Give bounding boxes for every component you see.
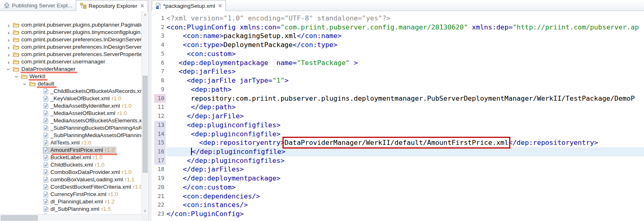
code-line[interactable]: </dep:pluginconfigfiles> [166,156,644,165]
tree-item[interactable]: ›com.priint.pubserver.usermanager [0,58,142,65]
scrollbar-thumb[interactable] [143,76,148,173]
code-line[interactable]: <dep:path> [166,85,644,94]
code-line[interactable]: </con:custom> [166,183,644,192]
xml-file-icon [43,140,48,146]
tree-item-label: ChildBuckets.xml [50,162,93,168]
tree-item[interactable]: _MediaAssetsOfBucketAsElements.xmlr1.0 [0,117,142,124]
close-icon[interactable]: × [218,3,222,9]
selected-tree-item[interactable]: AmountFirstPrice.xmlr1.0 [43,147,116,154]
xml-file-icon [43,192,48,197]
line-number: 16 [154,147,166,156]
revision-badge: r1.0 [105,147,114,153]
tree-item[interactable]: _KeyValueOfBucket.xmlr1.0 [0,95,142,102]
tree-item-label: CurrencyFirstPrice.xml [50,191,107,197]
tree-item[interactable]: ›com.priint.pubserver.preferences.InDesi… [0,43,142,51]
close-icon[interactable]: × [141,3,144,9]
revision-badge: r1.5 [101,206,111,212]
tree-item-label: default [38,81,55,87]
tree-item[interactable]: _MediaAssetByIdentifier.xmlr1.0 [0,102,142,110]
tab-label: Repository Explorer [89,3,137,9]
chevron-expanded-icon[interactable]: › [6,66,12,72]
tree-item-label: com.priint.pubserver.usermanager [21,59,105,65]
tree-item[interactable]: _MediaAssetOfBucket.xmlr1.0 [0,110,142,117]
tree-item-label: AmountFirstPrice.xml [50,147,103,153]
tree-item-label: dl_SubPlanning.xml [50,206,99,212]
tree-item[interactable]: ComboBoxDataProvider.xmlr1.0 [0,169,142,176]
chevron-collapsed-icon[interactable]: › [5,59,12,65]
code-line[interactable]: <dep:pluginconfigfiles> [166,121,644,130]
tab-repository-explorer[interactable]: Repository Explorer × [76,0,148,11]
tree-item[interactable]: ›DataProviderManager [0,65,142,73]
code-line[interactable]: <dep:jarFile jarType="1"> [166,76,644,85]
tab-publishing-server-explorer[interactable]: Publishing Server Expl... [0,0,76,11]
editor-panel: *packagingSetup.xml × 123456789101112131… [152,0,644,221]
tree-item[interactable]: CordDestBucketFilterCriteria.xmlr1.0 [0,183,142,191]
scroll-down-icon[interactable]: ∨ [142,208,148,214]
tab-packaging-setup-xml[interactable]: *packagingSetup.xml × [152,0,226,11]
chevron-expanded-icon[interactable]: › [14,73,20,80]
chevron-collapsed-icon[interactable]: › [5,37,12,43]
line-number: 4 [154,41,166,50]
xml-file-icon [43,133,48,138]
tree-item[interactable]: CurrencyFirstPrice.xmlr1.0 [0,191,142,198]
code-editor[interactable]: <?xml version="1.0" encoding="UTF-8" sta… [166,14,644,219]
code-line[interactable]: <con:instances/> [166,201,644,210]
tree-item-label: WerkII [30,73,46,79]
tree-item[interactable]: ›com.priint.pubserver.preferences.InDesi… [0,36,142,43]
tree-item-label: comboBoxValuesLoading.xml [50,176,123,183]
code-line[interactable]: </dep:path> [166,103,644,112]
tree-item[interactable]: _ChildBucketsOfBucketAsRecords.xmlr1.0 [0,88,142,95]
revision-badge: r1.0 [93,154,102,160]
code-line[interactable]: <?xml version="1.0" encoding="UTF-8" sta… [166,14,644,23]
tree-horizontal-scrollbar[interactable] [0,214,142,221]
chevron-collapsed-icon[interactable]: › [5,52,12,58]
tree-item[interactable]: dl_PlanningLabel.xmlr1.2 [0,198,142,205]
tree-item[interactable]: AllTexts.xmlr1.0 [0,139,142,147]
tree-item[interactable]: ›WerkII [0,73,142,80]
line-number: 2 [154,23,166,32]
code-line[interactable]: </dep:jarFiles> [166,165,644,174]
code-line[interactable]: <dep:deploymentpackage name="TestPackage… [166,59,644,68]
left-tabbar: Publishing Server Expl... Repository Exp… [0,0,148,11]
chevron-collapsed-icon[interactable]: › [5,44,12,50]
code-line[interactable]: <con:dependencies/> [166,192,644,201]
tree-item[interactable]: ChildBuckets.xmlr1.0 [0,161,142,169]
code-line[interactable]: <con:type>DeploymentPackage</con:type> [166,41,644,50]
tree-item[interactable]: ›com.priint.pubserver.plugins.tinymcecon… [0,29,142,36]
chevron-collapsed-icon[interactable]: › [5,29,12,36]
code-line[interactable]: repository:com.priint.pubserver.plugins.… [166,94,644,103]
xml-file-icon [43,110,48,116]
chevron-collapsed-icon[interactable]: › [5,22,12,28]
tree-item[interactable]: ›com.priint.pubserver.plugins.pubplanner… [0,21,142,29]
code-line[interactable]: <dep:pluginconfigfile> [166,130,644,139]
tree-item[interactable]: dl_SubPlanning.xmlr1.5 [0,205,142,213]
tree-vertical-scrollbar[interactable]: ∧ ∨ [141,11,148,214]
code-line[interactable]: <con:name>packagingSetup.xml</con:name> [166,32,644,41]
code-line[interactable]: </dep:pluginconfigfile> [166,147,644,156]
code-line[interactable]: <dep:repositoryentry>DataProviderManager… [166,138,644,147]
line-number: 12 [154,112,166,121]
code-line[interactable]: <dep:jarFiles> [166,67,644,76]
folder-icon [13,59,19,64]
code-line[interactable]: <con:custom> [166,50,644,59]
chevron-expanded-icon[interactable]: › [22,81,28,87]
xml-file-icon [43,162,48,168]
tree-item[interactable]: _SubPlanningMediaAssetsOfPlanningAsE [0,132,142,139]
code-line[interactable]: <con:PluginConfig xmlns:con="com.priint.… [166,23,644,32]
line-number: 22 [154,201,166,210]
tree-item-label: _SubPlanningMediaAssetsOfPlanningAsE [50,132,142,138]
tree-item[interactable]: BucketLabel.xmlr1.0 [0,154,142,161]
tree-item-label: com.priint.pubserver.preferences.ServerP… [21,51,142,57]
tree-item[interactable]: _SubPlanningBucketsOfPlanningAsRecor [0,124,142,132]
scrollbar-thumb[interactable] [1,215,38,221]
code-line[interactable]: </dep:deploymentpackage> [166,174,644,183]
tree-item[interactable]: AmountFirstPrice.xmlr1.0 [0,147,142,154]
tree-item[interactable]: ›default [0,80,142,88]
code-line[interactable]: </con:PluginConfig> [166,210,644,219]
tree-item[interactable]: comboBoxValuesLoading.xmlr1.1 [0,176,142,183]
tree-item[interactable]: ›com.priint.pubserver.preferences.Server… [0,51,142,58]
line-number-ruler: 1234567891011121314151617181920212223 [154,14,166,219]
xml-file-icon [43,169,48,175]
code-line[interactable]: </dep:jarFile> [166,112,644,121]
scroll-up-icon[interactable]: ∧ [142,12,148,18]
